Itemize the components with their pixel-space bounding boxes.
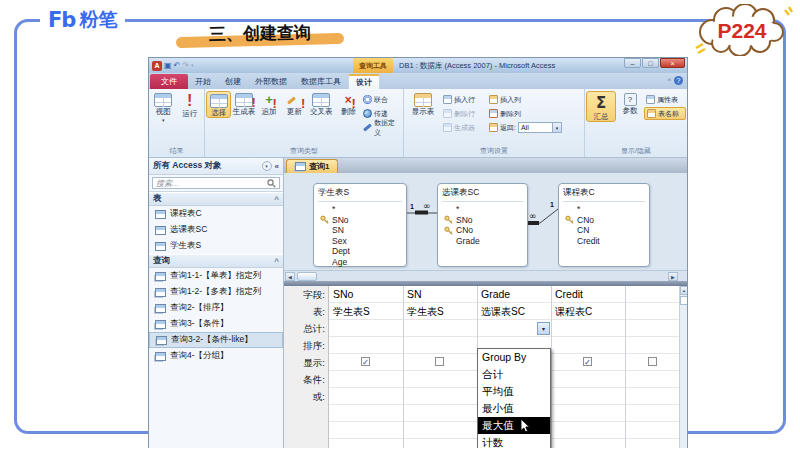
totals-sigma-icon: Σ: [596, 94, 606, 112]
scroll-left-icon[interactable]: ◀: [285, 272, 295, 281]
parameters-button[interactable]: ? 参数: [616, 91, 644, 115]
make-table-button[interactable]: ! 生成表: [231, 91, 256, 116]
minimize-button[interactable]: –: [624, 58, 641, 68]
customize-qat-icon[interactable]: ▾: [191, 63, 194, 68]
view-dropdown-icon[interactable]: ▾: [162, 117, 165, 123]
minimize-ribbon-icon[interactable]: ^: [668, 77, 671, 84]
nav-query-item[interactable]: 查询2-【排序】: [149, 300, 283, 316]
table-icon: [155, 242, 166, 251]
insert-columns-button[interactable]: 插入列: [487, 93, 579, 106]
update-button[interactable]: ! 更新: [282, 91, 307, 116]
shutter-close-icon[interactable]: «: [275, 162, 279, 171]
nav-menu-icon[interactable]: ▾: [262, 161, 272, 171]
help-icon[interactable]: ?: [674, 76, 683, 85]
nav-table-item[interactable]: 学生表S: [149, 238, 283, 254]
vscroll-thumb[interactable]: [680, 296, 687, 305]
nav-query-item-selected[interactable]: 查询3-2-【条件-like】: [149, 332, 283, 348]
crosstab-button[interactable]: 交叉表: [307, 91, 336, 116]
field-list-选课表SC[interactable]: 选课表SC * SNo CNo Grade: [437, 183, 528, 267]
nav-table-item[interactable]: 选课表SC: [149, 222, 283, 238]
grid-table-cell[interactable]: 选课表SC: [481, 305, 525, 319]
save-icon[interactable]: ▣: [164, 62, 172, 70]
query-icon: [155, 320, 166, 329]
scroll-right-icon[interactable]: ▶: [668, 272, 678, 281]
nav-pane-header[interactable]: 所有 Access 对象 ▾ «: [149, 158, 283, 175]
data-definition-button[interactable]: 数据定义: [361, 121, 402, 134]
query-icon: [295, 162, 306, 171]
nav-section-queries[interactable]: 查询 ^: [149, 254, 283, 268]
grid-field-cell[interactable]: Credit: [555, 288, 583, 300]
nav-query-item[interactable]: 查询1-1-【单表】指定列: [149, 268, 283, 284]
navigation-pane: 所有 Access 对象 ▾ « 搜索...: [149, 158, 284, 448]
query1-tab[interactable]: 查询1: [286, 159, 338, 173]
tab-external-data[interactable]: 外部数据: [248, 74, 294, 89]
run-button[interactable]: ! 运行: [177, 91, 204, 118]
show-checkbox-unchecked[interactable]: [435, 357, 444, 366]
nav-query-item[interactable]: 查询1-2-【多表】指定列: [149, 284, 283, 300]
section-collapse-icon[interactable]: ^: [274, 195, 279, 204]
tab-home[interactable]: 开始: [188, 74, 218, 89]
field-list-学生表S[interactable]: 学生表S * SNo SN Sex Dept Age: [313, 183, 407, 267]
grid-table-cell[interactable]: 学生表S: [333, 305, 370, 319]
section-collapse-icon[interactable]: ^: [274, 257, 279, 266]
ribbon-tab-row: 文件 开始 创建 外部数据 数据库工具 设计 ^ ?: [149, 73, 687, 89]
delete-columns-icon: [489, 109, 498, 118]
totals-button[interactable]: Σ 汇总: [586, 91, 616, 122]
dropdown-option[interactable]: 最小值: [478, 400, 550, 417]
fenbi-logo: Fb 粉笔: [40, 6, 125, 34]
tab-database-tools[interactable]: 数据库工具: [294, 74, 348, 89]
insert-rows-button[interactable]: 插入行: [441, 93, 487, 106]
dropdown-option-highlighted[interactable]: 最大值: [478, 417, 550, 434]
delete-columns-button[interactable]: 删除列: [487, 107, 579, 120]
dropdown-option[interactable]: 合计: [478, 366, 550, 383]
view-button[interactable]: 视图 ▾: [150, 91, 177, 123]
search-input[interactable]: 搜索...: [152, 177, 280, 189]
nav-section-tables[interactable]: 表 ^: [149, 192, 283, 206]
design-hscrollbar[interactable]: ◀ ▶: [284, 270, 687, 281]
grid-field-cell[interactable]: SN: [407, 288, 422, 300]
property-sheet-button[interactable]: 属性表: [644, 93, 686, 106]
delete-query-button[interactable]: × ! 删除: [336, 91, 361, 116]
table-names-button[interactable]: 表名称: [644, 107, 686, 120]
close-button[interactable]: ×: [660, 58, 685, 68]
grid-table-cell[interactable]: 学生表S: [407, 305, 444, 319]
select-query-icon: [210, 94, 228, 108]
access-app-icon[interactable]: A: [152, 61, 162, 71]
dropdown-option[interactable]: 计数: [478, 434, 550, 448]
delete-rows-button: 删除行: [441, 107, 487, 120]
data-definition-icon: [363, 123, 372, 131]
nav-query-item[interactable]: 查询3-【条件】: [149, 316, 283, 332]
grid-field-cell[interactable]: Grade: [481, 288, 510, 300]
grid-field-cell[interactable]: SNo: [333, 288, 353, 300]
scroll-up-icon[interactable]: ▲: [680, 286, 687, 295]
show-checkbox-checked[interactable]: ✓: [361, 357, 370, 366]
return-combo-arrow[interactable]: ▾: [552, 123, 561, 132]
undo-icon[interactable]: ↶: [174, 62, 181, 70]
tab-file[interactable]: 文件: [150, 74, 188, 89]
show-table-button[interactable]: 显示表: [405, 91, 441, 116]
maximize-button[interactable]: □: [642, 58, 659, 68]
grid-vscrollbar[interactable]: ▲: [679, 286, 687, 448]
show-checkbox-checked[interactable]: ✓: [583, 357, 592, 366]
nav-query-item[interactable]: 查询4-【分组】: [149, 348, 283, 364]
quick-access-toolbar: A ▣ ↶ ↷ ▾: [149, 61, 193, 71]
grid-table-cell[interactable]: 课程表C: [555, 305, 592, 319]
group-label-show-hide: 显示/隐藏: [585, 146, 687, 157]
delete-query-icon: × !: [345, 93, 352, 107]
search-icon[interactable]: [267, 179, 276, 188]
query-icon: [155, 352, 166, 361]
dropdown-option[interactable]: Group By: [478, 349, 550, 366]
union-button[interactable]: 联合: [361, 93, 402, 106]
return-combo[interactable]: All ▾: [518, 122, 562, 133]
dropdown-option[interactable]: 平均值: [478, 383, 550, 400]
field-list-课程表C[interactable]: 课程表C * CNo CN Credit: [558, 183, 650, 267]
append-button[interactable]: + ! 追加: [257, 91, 282, 116]
nav-table-item[interactable]: 课程表C: [149, 206, 283, 222]
select-query-button[interactable]: 选择: [206, 91, 231, 118]
tab-create[interactable]: 创建: [218, 74, 248, 89]
tab-design[interactable]: 设计: [348, 74, 380, 89]
total-dropdown-button[interactable]: ▾: [537, 322, 550, 335]
hscroll-thumb[interactable]: [297, 272, 317, 281]
show-checkbox-unchecked[interactable]: [648, 357, 657, 366]
group-query-setup: 显示表 插入行 删除行 生成器: [404, 89, 585, 157]
